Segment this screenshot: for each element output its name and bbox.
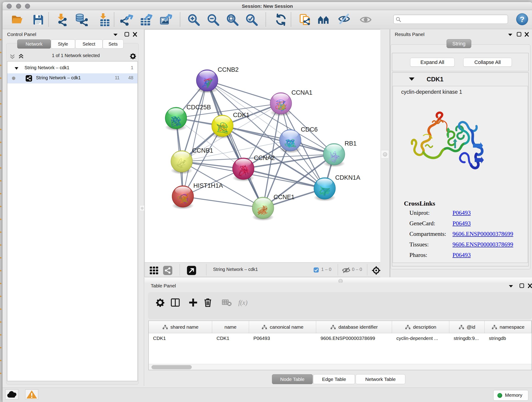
zoom-out-button[interactable] — [207, 13, 220, 26]
edge-CCNB2-HIST1H1A[interactable] — [183, 80, 207, 196]
save-session-icon — [32, 13, 45, 26]
tab-network-table[interactable]: Network Table — [355, 374, 405, 384]
birdseye-grid-icon[interactable] — [149, 266, 158, 275]
crosslink-link[interactable]: P06493 — [452, 210, 471, 216]
function-builder-button[interactable]: f(x) — [237, 297, 248, 308]
search-input[interactable] — [403, 15, 506, 23]
network-options-gear-icon[interactable] — [129, 52, 137, 60]
cell-database-identifier[interactable]: 9606.ENSP00000378699 — [321, 336, 375, 341]
import-network-from-file-button[interactable] — [55, 13, 68, 26]
edge-CCNE1-HIST1H1A[interactable] — [183, 196, 263, 208]
cell-shared-name[interactable]: CDK1 — [153, 336, 166, 341]
hide-selected-button[interactable] — [338, 13, 351, 26]
control-panel-splitter-handle[interactable] — [140, 205, 144, 211]
node-HIST1H1A[interactable]: HIST1H1A — [172, 182, 223, 209]
column-header-shared-name[interactable]: shared name — [149, 321, 212, 333]
import-network-from-database-button[interactable] — [75, 13, 88, 26]
open-session-button[interactable] — [11, 13, 24, 26]
panel-float-button[interactable] — [515, 32, 522, 37]
crosslink-link[interactable]: P06493 — [452, 252, 471, 259]
add-column-button[interactable] — [188, 297, 198, 308]
gear-button[interactable] — [155, 297, 165, 308]
column-header-name[interactable]: name — [212, 321, 249, 333]
refresh-network-button[interactable] — [274, 13, 287, 26]
zoom-in-button[interactable] — [187, 13, 200, 26]
show-all-button[interactable] — [359, 13, 372, 26]
network-collection-row[interactable]: String Network – cdk1 1 — [7, 63, 138, 73]
column-header-description[interactable]: description — [392, 321, 449, 333]
memory-button[interactable]: Memory — [493, 390, 528, 401]
crosslink-link[interactable]: 9606.ENSP00000378699 — [452, 241, 513, 248]
fit-selected-crosshair-icon[interactable] — [372, 266, 381, 275]
export-image-button[interactable] — [159, 13, 172, 26]
panel-float-button[interactable] — [123, 32, 130, 37]
zoom-fit-button[interactable] — [226, 13, 239, 26]
column-header-canonical-name[interactable]: canonical name — [249, 321, 316, 333]
desktop-dot — [0, 321, 1, 323]
table-toolbar: f(x) — [148, 292, 532, 319]
network-row[interactable]: String Network – cdk1 11 48 — [7, 73, 138, 83]
first-neighbors-button[interactable] — [317, 13, 330, 26]
control-tab-network[interactable]: Network — [17, 39, 51, 49]
node-RB1[interactable]: RB1 — [323, 140, 356, 167]
duplicate-network-button[interactable] — [298, 13, 311, 26]
cell-name[interactable]: CDK1 — [216, 336, 229, 341]
crosslinks-block: CrossLinks Uniprot:P06493GeneCard:P06493… — [404, 200, 525, 260]
column-header-namespace[interactable]: namespace — [485, 321, 532, 333]
panel-close-button[interactable] — [523, 32, 530, 37]
panel-menu-button[interactable] — [507, 32, 514, 37]
export-network-button[interactable] — [120, 13, 133, 26]
column-header-database-identifier[interactable]: database identifier — [316, 321, 392, 333]
warnings-button[interactable] — [25, 389, 38, 400]
save-session-button[interactable] — [32, 13, 45, 26]
edge-CCNB2-CCNA1[interactable] — [207, 80, 281, 103]
cloud-button[interactable] — [5, 389, 18, 400]
cell--id[interactable]: stringdb:9... — [454, 336, 479, 341]
export-table-button[interactable] — [139, 13, 152, 26]
share-network-icon[interactable] — [163, 266, 172, 275]
panel-close-button[interactable] — [132, 32, 138, 37]
expand-all-button[interactable]: Expand All — [410, 58, 455, 67]
scrollbar-thumb[interactable] — [152, 365, 192, 369]
network-view[interactable]: CCNB2CCNA1CDC25BCDK1CDC6RB1CCNB1CCNA2CDK… — [145, 29, 380, 262]
panel-float-button[interactable] — [518, 283, 525, 288]
zoom-selected-button[interactable] — [245, 13, 258, 26]
section-expander-icon[interactable] — [409, 77, 414, 81]
node-CDKN1A[interactable]: CDKN1A — [314, 174, 360, 201]
collection-expander-icon[interactable] — [14, 66, 19, 70]
vertical-splitter[interactable] — [380, 29, 390, 277]
panel-menu-button[interactable] — [112, 32, 119, 37]
tab-string[interactable]: String — [447, 39, 471, 48]
node-section-header[interactable]: CDK1 — [392, 73, 528, 86]
horizontal-splitter[interactable] — [145, 277, 532, 283]
collapse-all-button[interactable]: Collapse All — [463, 58, 512, 67]
tab-edge-table[interactable]: Edge Table — [313, 374, 355, 384]
cell-canonical-name[interactable]: P06493 — [253, 336, 270, 341]
split-columns-button[interactable] — [170, 297, 181, 308]
import-table-from-file-button[interactable] — [97, 13, 110, 26]
selected-checkbox-icon[interactable] — [313, 267, 319, 273]
tab-node-table[interactable]: Node Table — [272, 374, 313, 384]
delete-column-button[interactable] — [203, 297, 213, 308]
crosslink-link[interactable]: P06493 — [452, 220, 471, 227]
expand-all-icon[interactable] — [18, 53, 25, 60]
control-tab-style[interactable]: Style — [51, 39, 75, 49]
control-tab-select[interactable]: Select — [75, 39, 103, 49]
open-in-new-icon[interactable] — [187, 266, 196, 275]
node-CCNA1[interactable]: CCNA1 — [270, 89, 312, 116]
hidden-eye-icon[interactable] — [342, 267, 351, 274]
help-button[interactable]: ? — [516, 13, 528, 25]
panel-close-button[interactable] — [526, 283, 532, 288]
search-box[interactable] — [393, 15, 508, 24]
splitter-handle[interactable] — [381, 150, 389, 158]
cell-description[interactable]: cyclin-dependent ... — [396, 336, 438, 341]
panel-menu-button[interactable] — [507, 283, 514, 288]
node-CCNB2[interactable]: CCNB2 — [196, 66, 239, 93]
cell-namespace[interactable]: stringdb — [489, 336, 506, 341]
table-horizontal-scrollbar[interactable] — [149, 364, 532, 370]
crosslink-link[interactable]: 9606.ENSP00000378699 — [452, 230, 513, 237]
collapse-all-icon[interactable] — [9, 53, 16, 60]
control-tab-sets[interactable]: Sets — [103, 39, 123, 49]
delete-table-button[interactable] — [221, 297, 232, 308]
column-header--id[interactable]: @id — [449, 321, 485, 333]
